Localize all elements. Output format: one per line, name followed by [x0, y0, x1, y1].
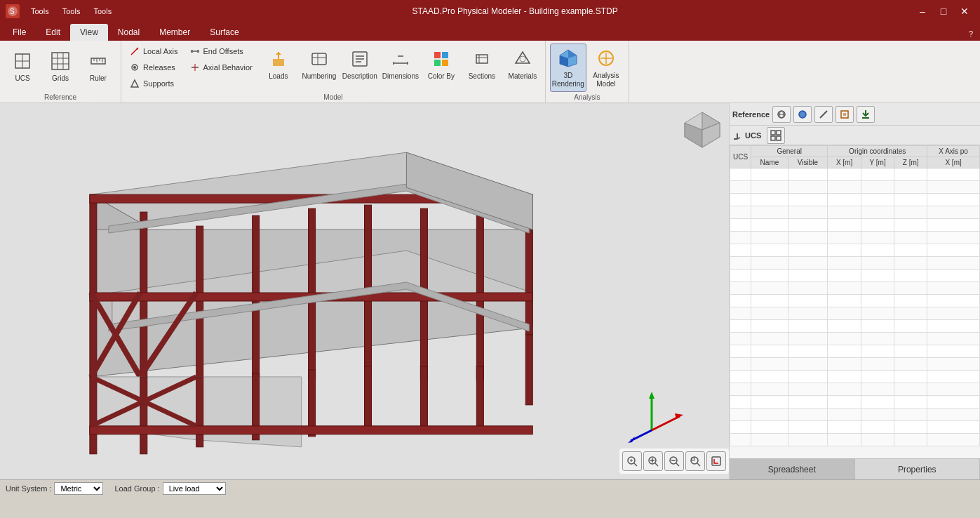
tab-file[interactable]: File — [3, 24, 36, 41]
reference-panel-label: Reference — [732, 110, 770, 119]
zoom-out-button[interactable] — [664, 451, 684, 471]
ruler-label: Ruler — [90, 74, 107, 83]
title-bar: S Tools Tools Tools STAAD.Pro Physical M… — [0, 0, 980, 22]
numbering-button[interactable]: Numbering — [301, 44, 337, 84]
col-origin: Origin coordinates — [828, 146, 927, 157]
table-row — [730, 219, 980, 232]
svg-line-96 — [652, 416, 680, 430]
svg-rect-42 — [442, 60, 448, 66]
local-axis-button[interactable]: Local Axis — [126, 44, 182, 59]
svg-rect-59 — [90, 194, 97, 377]
panel-globe-button[interactable] — [772, 106, 791, 123]
tab-nodal[interactable]: Nodal — [108, 24, 149, 41]
svg-rect-39 — [434, 52, 441, 58]
model-col1: Local Axis Releases Supports — [126, 44, 182, 91]
ruler-button[interactable]: Ruler — [80, 44, 116, 88]
tab-edit[interactable]: Edit — [36, 24, 70, 41]
releases-icon — [129, 62, 140, 73]
local-axis-icon — [129, 46, 140, 57]
zoom-all-button[interactable] — [685, 451, 705, 471]
3d-viewport[interactable] — [0, 103, 729, 479]
col-xaxis-m: X [m] — [927, 157, 980, 168]
ribbon-group-reference: UCS Grids Ruler Reference — [0, 41, 121, 102]
help-button[interactable]: ? — [962, 27, 980, 41]
grids-button[interactable]: Grids — [42, 44, 79, 88]
ucs-table: UCS General Origin coordinates X Axis po… — [730, 145, 980, 458]
analysis-group-label: Analysis — [574, 92, 600, 101]
col-visible: Visible — [788, 157, 827, 168]
panel-line-button[interactable] — [814, 106, 833, 123]
window-controls: – □ ✕ — [913, 4, 974, 18]
unit-system-dropdown[interactable]: Metric Imperial — [54, 482, 103, 495]
svg-line-112 — [697, 463, 700, 466]
color-by-button[interactable]: Color By — [423, 44, 459, 84]
svg-point-118 — [799, 111, 806, 118]
svg-rect-78 — [90, 377, 97, 454]
end-offsets-button[interactable]: End Offsets — [186, 44, 256, 59]
table-row — [730, 295, 980, 307]
properties-button[interactable]: Properties — [855, 459, 981, 479]
table-row — [730, 320, 980, 333]
tab-member[interactable]: Member — [149, 24, 200, 41]
ribbon-group-model: Local Axis Releases Supports — [121, 41, 546, 102]
svg-rect-80 — [196, 377, 203, 447]
svg-marker-27 — [276, 52, 281, 55]
svg-rect-10 — [91, 58, 105, 64]
app-icon: S — [6, 4, 20, 18]
sections-button[interactable]: Sections — [464, 44, 500, 84]
3d-rendering-button[interactable]: 3DRendering — [550, 44, 586, 92]
supports-button[interactable]: Supports — [126, 76, 182, 91]
analysis-model-button[interactable]: AnalysisModel — [588, 44, 624, 92]
panel-select-button[interactable] — [835, 106, 854, 123]
col-name: Name — [751, 157, 788, 168]
numbering-icon — [308, 48, 330, 70]
svg-rect-114 — [712, 457, 720, 465]
spreadsheet-button[interactable]: Spreadsheet — [730, 459, 855, 479]
minimize-button[interactable]: – — [913, 4, 932, 18]
panel-circle-button[interactable] — [793, 106, 812, 123]
dimensions-button[interactable]: Dimensions — [382, 44, 419, 84]
table-row — [730, 232, 980, 244]
status-bar: Unit System : Metric Imperial Load Group… — [0, 479, 980, 496]
zoom-restore-button[interactable] — [706, 451, 726, 471]
panel-download-button[interactable] — [857, 106, 875, 123]
maximize-button[interactable]: □ — [934, 4, 953, 18]
svg-rect-28 — [312, 53, 326, 65]
tab-surface[interactable]: Surface — [200, 24, 248, 41]
svg-rect-87 — [90, 426, 532, 434]
axis-indicator — [617, 381, 673, 437]
loads-button[interactable]: Loads — [260, 44, 297, 84]
materials-button[interactable]: Materials — [504, 44, 541, 84]
zoom-in-button[interactable] — [643, 451, 663, 471]
svg-line-101 — [634, 463, 637, 466]
reference-group-label: Reference — [44, 92, 76, 101]
ribbon-group-rendering: 3DRendering AnalysisModel Analysis — [546, 41, 629, 102]
title-bar-left: S Tools Tools Tools — [6, 4, 117, 18]
close-button[interactable]: ✕ — [955, 4, 974, 18]
svg-line-109 — [676, 463, 679, 466]
svg-point-47 — [520, 56, 525, 62]
table-row — [730, 270, 980, 282]
ucs-grid-view-button[interactable] — [767, 127, 785, 144]
svg-marker-19 — [131, 80, 138, 87]
col-z-m: Z [m] — [894, 157, 927, 168]
ucs-label: UCS — [15, 74, 29, 83]
zoom-window-button[interactable] — [622, 451, 642, 471]
description-button[interactable]: Description — [342, 44, 378, 84]
load-group-label: Load Group : — [114, 484, 159, 493]
svg-rect-127 — [771, 131, 775, 135]
model-group-label: Model — [323, 92, 342, 101]
svg-rect-85 — [476, 366, 483, 433]
model-col2: End Offsets Axial Behavior — [186, 44, 256, 75]
svg-rect-83 — [365, 366, 372, 433]
load-group-dropdown[interactable]: Live load Dead load Wind load — [163, 482, 226, 495]
releases-button[interactable]: Releases — [126, 60, 182, 75]
col-x-m: X [m] — [828, 157, 861, 168]
axial-behavior-button[interactable]: Axial Behavior — [186, 60, 256, 75]
navigation-cube[interactable] — [681, 109, 723, 151]
tab-view[interactable]: View — [70, 24, 108, 41]
3d-scene[interactable] — [0, 103, 729, 479]
ucs-button[interactable]: UCS — [4, 44, 41, 88]
main-area: Reference UCS — [0, 103, 980, 479]
end-offsets-icon — [189, 46, 201, 57]
